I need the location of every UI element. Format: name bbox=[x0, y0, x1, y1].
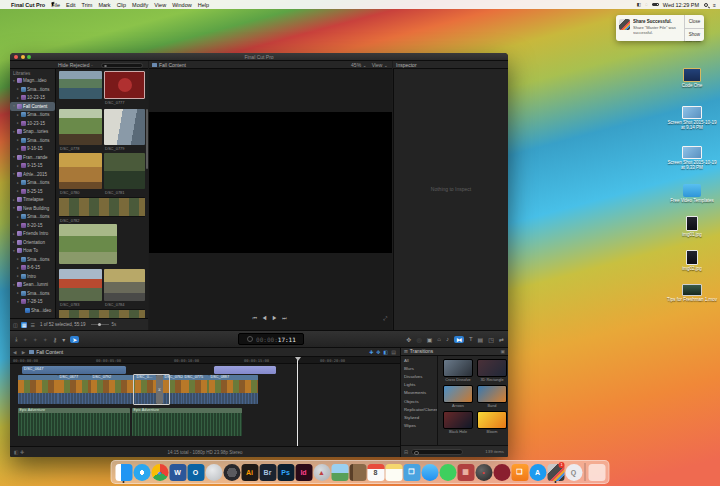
dock-app-icon[interactable]: Id bbox=[295, 462, 313, 483]
clip-thumbnail[interactable]: DSC_0780 bbox=[59, 153, 102, 195]
video-clip[interactable]: DSC_0775 bbox=[183, 375, 209, 404]
app-menu-title[interactable]: Final Cut Pro bbox=[11, 2, 45, 8]
audio-clip[interactable]: Epic Adventure bbox=[18, 408, 130, 436]
transitions-category[interactable]: Wipes bbox=[401, 422, 437, 430]
sidebar-item[interactable]: ▸ 9-15-15 bbox=[10, 162, 55, 171]
menu-item[interactable]: Window bbox=[172, 2, 192, 8]
dock-app-glyph[interactable]: Ps bbox=[277, 464, 294, 481]
sidebar-item[interactable]: ▸ 10-23-15 bbox=[10, 94, 55, 103]
disclosure-triangle-icon[interactable]: ▸ bbox=[12, 232, 16, 236]
dock-app-glyph[interactable] bbox=[133, 464, 150, 481]
disclosure-triangle-icon[interactable]: ▸ bbox=[16, 147, 20, 151]
disclosure-triangle-icon[interactable]: ▸ bbox=[16, 87, 20, 91]
toolbar-icon[interactable]: ▾ bbox=[62, 336, 65, 343]
sidebar-item[interactable]: ▸ Timelapse bbox=[10, 196, 55, 205]
dock-app-glyph[interactable]: ● bbox=[151, 464, 168, 481]
clip-thumbnail[interactable]: DSC_0777 bbox=[104, 71, 145, 105]
disclosure-triangle-icon[interactable]: ▸ bbox=[12, 198, 16, 202]
notification-center-icon[interactable]: ≡ bbox=[713, 2, 716, 8]
connected-clip[interactable] bbox=[214, 366, 276, 374]
dock-app-icon[interactable] bbox=[331, 462, 349, 483]
transition-item[interactable]: Black Hole bbox=[443, 411, 473, 434]
desktop-icon-image[interactable] bbox=[682, 146, 702, 159]
dock-app-icon[interactable]: Ps bbox=[277, 462, 295, 483]
dock-app-glyph[interactable]: O bbox=[187, 464, 204, 481]
clip-thumbnail-image[interactable] bbox=[59, 71, 102, 99]
toolbar-icon[interactable]: ➤ bbox=[70, 336, 79, 343]
desktop-icon-image[interactable] bbox=[683, 68, 701, 82]
desktop-icon[interactable]: Screen Shot 2015-10-19 at 9.33 PM bbox=[666, 146, 718, 170]
transport-controls[interactable]: ⏮ ◀ ▶ ⏭ bbox=[149, 315, 392, 322]
dock-app-glyph[interactable]: ❐ bbox=[403, 464, 420, 481]
disclosure-triangle-icon[interactable]: ▸ bbox=[12, 240, 16, 244]
volume-menu-icon[interactable]: ◌ bbox=[645, 2, 648, 7]
menu-item[interactable]: Edit bbox=[66, 2, 75, 8]
dock-app-icon[interactable] bbox=[493, 462, 511, 483]
dock-app-glyph[interactable]: W bbox=[169, 464, 186, 481]
desktop-icon-image[interactable] bbox=[686, 216, 698, 231]
desktop-icon[interactable]: Code One bbox=[666, 68, 718, 88]
timeline-toggle-icon[interactable]: ▤ bbox=[391, 349, 396, 355]
sidebar-item[interactable]: ▸ 10-23-15 bbox=[10, 119, 55, 128]
dock-app-glyph[interactable] bbox=[439, 464, 456, 481]
dock-app-glyph[interactable]: ❏ bbox=[511, 464, 528, 481]
transitions-category[interactable]: Dissolves bbox=[401, 372, 437, 380]
clip-thumbnail-image[interactable] bbox=[104, 153, 145, 189]
clip-thumbnail-image[interactable] bbox=[59, 224, 117, 264]
sidebar-item[interactable]: ▾ Athle...2015 bbox=[10, 170, 55, 179]
transition-item[interactable]: Bloom bbox=[477, 411, 507, 434]
sidebar-item[interactable]: ▸ Sma...tions bbox=[10, 111, 55, 120]
sidebar-item[interactable]: ▸ 8-25-15 bbox=[10, 187, 55, 196]
clip-thumbnail-image[interactable] bbox=[59, 269, 102, 301]
disclosure-triangle-icon[interactable]: ▾ bbox=[16, 300, 20, 304]
sidebar-item[interactable]: ▸ Sma...tions bbox=[10, 289, 55, 298]
menubar-clock[interactable]: Wed 12:29 PM bbox=[663, 2, 699, 8]
dock-app-icon[interactable] bbox=[205, 462, 223, 483]
media-browser-icon[interactable]: ♪ bbox=[446, 336, 449, 342]
media-browser-icon[interactable]: ▣ bbox=[427, 336, 433, 343]
clip-thumbnail-image[interactable] bbox=[104, 269, 145, 301]
dock-app-icon[interactable]: 1 bbox=[547, 462, 565, 483]
list-view-icon[interactable]: ☰ bbox=[30, 322, 34, 328]
disclosure-triangle-icon[interactable]: ▾ bbox=[12, 155, 16, 159]
dock-app-glyph[interactable]: 8 bbox=[367, 464, 384, 481]
transitions-toggle-icon[interactable]: ⊟ bbox=[404, 449, 408, 455]
menu-item[interactable]: Modify bbox=[132, 2, 148, 8]
zoom-slider[interactable] bbox=[91, 324, 109, 325]
clip-thumbnail-image[interactable] bbox=[59, 197, 145, 217]
dock-app-icon[interactable]: Br bbox=[259, 462, 277, 483]
disclosure-triangle-icon[interactable]: ▸ bbox=[16, 164, 20, 168]
transitions-category[interactable]: All bbox=[401, 356, 437, 364]
media-browser-icon[interactable]: ⧓ bbox=[454, 336, 464, 343]
sidebar-item[interactable]: ▸ Intro bbox=[10, 272, 55, 281]
fullscreen-icon[interactable]: ⤢ bbox=[383, 315, 387, 322]
dock-app-icon[interactable]: ▲ bbox=[313, 462, 331, 483]
disclosure-triangle-icon[interactable]: ▸ bbox=[16, 189, 20, 193]
transition-thumbnail[interactable] bbox=[477, 359, 507, 377]
clip-thumbnail[interactable]: DSC_0781 bbox=[104, 153, 145, 195]
disclosure-triangle-icon[interactable]: ▸ bbox=[16, 223, 20, 227]
dock-app-glyph[interactable] bbox=[205, 464, 222, 481]
transition-thumbnail[interactable] bbox=[477, 411, 507, 429]
desktop-icon-image[interactable] bbox=[683, 184, 701, 197]
sidebar-item[interactable]: ▾ Fran...rande bbox=[10, 153, 55, 162]
connected-clip[interactable]: DSC_0647 bbox=[22, 366, 126, 374]
filmstrip-view-icon[interactable]: ◫ bbox=[13, 322, 18, 328]
desktop-icon-image[interactable] bbox=[682, 284, 702, 296]
media-browser-icon[interactable]: ✥ bbox=[406, 336, 411, 343]
clip-thumbnail-image[interactable] bbox=[59, 109, 102, 145]
dock-app-icon[interactable]: A bbox=[529, 462, 547, 483]
transition-item[interactable]: Arrows bbox=[443, 385, 473, 408]
clip-thumbnail-image[interactable] bbox=[104, 71, 145, 99]
toolbar-icon[interactable]: ✦ bbox=[33, 336, 38, 343]
clip-thumbnail-image[interactable] bbox=[59, 153, 102, 189]
menu-item[interactable]: Help bbox=[198, 2, 209, 8]
sidebar-item[interactable]: ▸ 9-16-15 bbox=[10, 145, 55, 154]
battery-icon[interactable] bbox=[652, 3, 659, 7]
desktop-icon[interactable]: img02.jpg bbox=[666, 250, 718, 271]
clip-appearance-icon[interactable]: ▦ bbox=[21, 322, 28, 328]
desktop-icon[interactable]: Free Video Templates bbox=[666, 184, 718, 203]
transitions-category[interactable]: Replicator/Clones bbox=[401, 405, 437, 413]
clip-thumbnail-image[interactable] bbox=[104, 109, 145, 145]
disclosure-triangle-icon[interactable]: ▸ bbox=[16, 291, 20, 295]
